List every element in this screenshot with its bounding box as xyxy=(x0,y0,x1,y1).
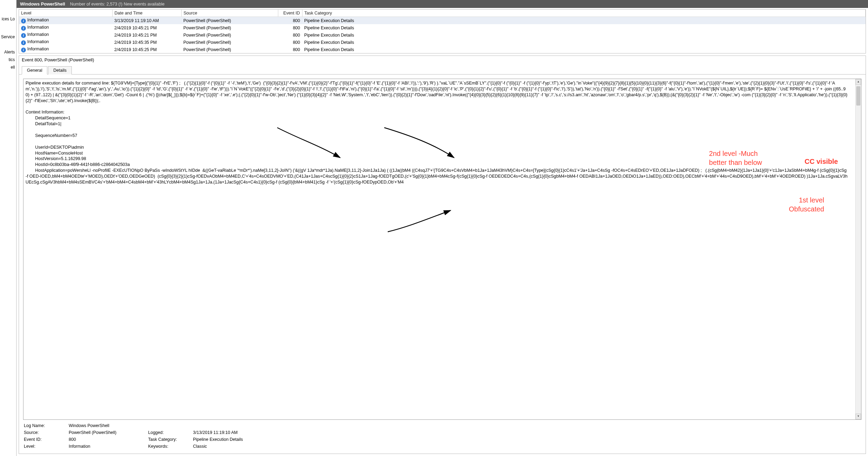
val-keywords: Classic xyxy=(193,444,861,449)
nav-item[interactable]: tics xyxy=(0,56,16,63)
event-message[interactable]: Pipeline execution details for command l… xyxy=(23,79,855,419)
log-header: Windows PowerShell Number of events: 2,5… xyxy=(17,0,868,8)
lbl-level: Level: xyxy=(24,444,65,449)
col-datetime[interactable]: Date and Time xyxy=(112,10,181,17)
lbl-taskcat: Task Category: xyxy=(148,437,190,442)
info-icon: i xyxy=(21,33,26,38)
nav-item[interactable]: ell xyxy=(0,63,16,71)
log-title: Windows PowerShell xyxy=(20,1,65,7)
nav-item[interactable]: Service xyxy=(0,33,16,41)
lbl-eventid: Event ID: xyxy=(24,437,65,442)
info-icon: i xyxy=(21,48,26,52)
table-row[interactable]: iInformation2/4/2019 10:45:25 PMPowerShe… xyxy=(19,46,866,53)
lbl-keywords: Keywords: xyxy=(148,444,190,449)
tab-general[interactable]: General xyxy=(22,66,47,75)
table-row[interactable]: iInformation3/13/2019 11:19:10 AMPowerSh… xyxy=(19,17,866,24)
val-eventid: 800 xyxy=(69,437,145,442)
nav-item[interactable]: Alerts xyxy=(0,48,16,56)
lbl-source: Source: xyxy=(24,430,65,435)
scroll-up-icon[interactable]: ▲ xyxy=(856,79,861,85)
table-row[interactable]: iInformation2/4/2019 10:45:35 PMPowerShe… xyxy=(19,39,866,46)
detail-title: Event 800, PowerShell (PowerShell) xyxy=(19,56,866,66)
info-icon: i xyxy=(21,19,26,23)
tab-details[interactable]: Details xyxy=(48,66,71,75)
scroll-thumb[interactable] xyxy=(856,86,860,106)
val-logged: 3/13/2019 11:19:10 AM xyxy=(193,430,861,435)
nav-item[interactable]: ices Lo xyxy=(0,15,16,23)
col-taskcat[interactable]: Task Category xyxy=(302,10,866,17)
scrollbar[interactable]: ▲ ▼ xyxy=(855,79,861,419)
val-level: Information xyxy=(69,444,145,449)
col-level[interactable]: Level xyxy=(19,10,112,17)
info-icon: i xyxy=(21,26,26,31)
table-row[interactable]: iInformation2/4/2019 10:45:21 PMPowerShe… xyxy=(19,31,866,39)
scroll-down-icon[interactable]: ▼ xyxy=(856,414,861,419)
col-eventid[interactable]: Event ID xyxy=(278,10,302,17)
log-subtitle: Number of events: 2,573 (!) New events a… xyxy=(70,2,165,7)
left-nav-rail: ices Lo Service Alerts tics ell xyxy=(0,0,17,456)
events-table[interactable]: Level Date and Time Source Event ID Task… xyxy=(19,10,866,53)
info-icon: i xyxy=(21,40,26,45)
val-source: PowerShell (PowerShell) xyxy=(69,430,145,435)
table-row[interactable]: iInformation2/4/2019 10:45:21 PMPowerShe… xyxy=(19,24,866,31)
lbl-logged: Logged: xyxy=(148,430,190,435)
event-detail-pane: Event 800, PowerShell (PowerShell) Gener… xyxy=(19,56,866,454)
val-logname: Windows PowerShell xyxy=(69,423,145,428)
col-source[interactable]: Source xyxy=(181,10,278,17)
val-taskcat: Pipeline Execution Details xyxy=(193,437,861,442)
lbl-logname: Log Name: xyxy=(24,423,65,428)
